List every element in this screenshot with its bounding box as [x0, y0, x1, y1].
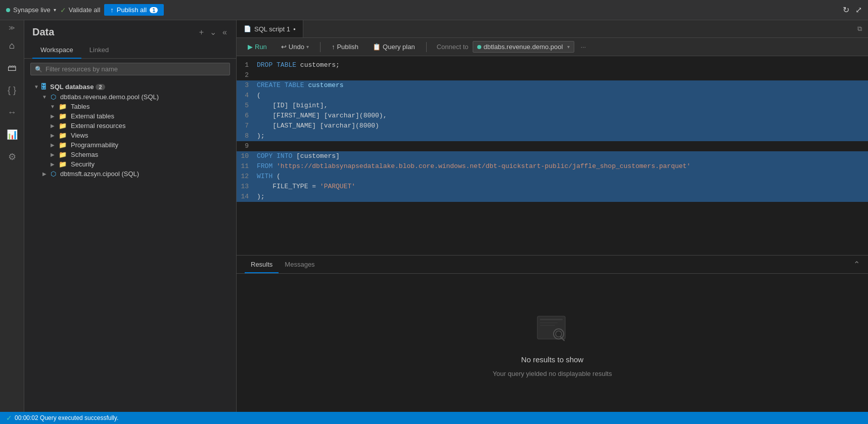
- svg-rect-2: [540, 322, 558, 323]
- validate-all-label: Validate all: [69, 6, 101, 14]
- prog-icon: 📁: [59, 141, 67, 149]
- undo-dropdown-icon[interactable]: ▾: [306, 44, 309, 50]
- publish-button[interactable]: ↑ Publish: [327, 41, 363, 52]
- no-results-subtitle: Your query yielded no displayable result…: [493, 370, 612, 377]
- connection-status-dot: [477, 45, 481, 49]
- status-success: ✓ 00:00:02 Query executed successfully.: [6, 414, 118, 422]
- check-icon: ✓: [60, 6, 66, 14]
- activity-monitor[interactable]: 📊: [2, 124, 22, 145]
- sql-script-tab[interactable]: 📄 SQL script 1 ●: [237, 20, 303, 37]
- external-tables-label: External tables: [71, 112, 114, 120]
- synapse-dropdown-icon[interactable]: ▾: [54, 7, 56, 13]
- tables-item[interactable]: ▼ 📁 Tables: [24, 102, 236, 111]
- close-sidebar-icon[interactable]: «: [221, 27, 228, 38]
- code-line-7: 7 [LAST_NAME] [varchar](8000): [237, 121, 868, 131]
- search-icon: 🔍: [35, 66, 42, 73]
- add-resource-button[interactable]: +: [198, 27, 205, 38]
- sql-tab-label: SQL script 1: [254, 25, 290, 33]
- activity-bar: ≫ ⌂ 🗃 { } ↔ 📊 ⚙: [0, 20, 24, 412]
- external-tables-item[interactable]: ▶ 📁 External tables: [24, 111, 236, 121]
- sql-database-section[interactable]: ▼ 🗄 SQL database 2: [24, 81, 236, 92]
- toolbar-more-button[interactable]: ···: [580, 43, 586, 51]
- validate-all-button[interactable]: ✓ Validate all: [60, 6, 101, 14]
- sql-db-label: SQL database: [50, 83, 94, 91]
- query-plan-button[interactable]: 📋 Query plan: [368, 41, 420, 52]
- code-line-9: 9: [237, 141, 868, 151]
- activity-manage[interactable]: ⚙: [2, 147, 22, 167]
- code-line-6: 6 [FIRST_NAME] [varchar](8000),: [237, 111, 868, 121]
- synapse-live-selector[interactable]: Synapse live ▾: [6, 6, 56, 14]
- editor-tab-actions: ⧉: [857, 25, 868, 33]
- results-tabs: Results Messages ⌃: [237, 256, 868, 274]
- sidebar-search: 🔍: [24, 59, 236, 79]
- undo-label: Undo: [289, 43, 304, 51]
- activity-data[interactable]: 🗃: [2, 58, 22, 78]
- pool1-item[interactable]: ▼ ⬡ dbtlabs.revenue.demo.pool (SQL): [24, 92, 236, 102]
- tables-chevron: ▼: [49, 104, 57, 109]
- publish-all-button[interactable]: ↑ Publish all 1: [104, 4, 164, 16]
- folder-icon: 📁: [59, 103, 67, 110]
- code-line-1: 1 DROP TABLE customers;: [237, 60, 868, 70]
- schemas-label: Schemas: [71, 151, 98, 158]
- editor-tabs: 📄 SQL script 1 ● ⧉: [237, 20, 868, 38]
- code-line-5: 5 [ID] [bigint],: [237, 101, 868, 111]
- run-label: Run: [255, 43, 267, 51]
- search-box: 🔍: [30, 63, 230, 75]
- programmability-item[interactable]: ▶ 📁 Programmability: [24, 140, 236, 150]
- programmability-label: Programmability: [71, 141, 118, 149]
- success-check-icon: ✓: [6, 414, 12, 422]
- ext-tables-chevron: ▶: [49, 113, 57, 119]
- search-input[interactable]: [45, 65, 225, 73]
- sql-db-chevron: ▼: [32, 84, 40, 90]
- code-editor[interactable]: 1 DROP TABLE customers; 2 3 CREATE TABLE…: [237, 56, 868, 255]
- connection-selector[interactable]: dbtlabs.revenue.demo.pool ▾: [473, 41, 575, 53]
- code-line-2: 2: [237, 70, 868, 80]
- connect-to-label: Connect to: [437, 43, 469, 51]
- sidebar-title: Data: [32, 26, 54, 38]
- security-chevron: ▶: [49, 161, 57, 167]
- activity-develop[interactable]: { }: [2, 80, 22, 100]
- collapse-results-icon[interactable]: ⌃: [853, 260, 860, 269]
- svg-rect-1: [540, 319, 563, 320]
- run-icon: ▶: [248, 43, 253, 51]
- fullscreen-icon[interactable]: ⤢: [855, 5, 862, 15]
- top-bar-right: ↻ ⤢: [843, 5, 862, 15]
- security-item[interactable]: ▶ 📁 Security: [24, 159, 236, 169]
- undo-button[interactable]: ↩ Undo ▾: [276, 41, 314, 52]
- collapse-all-icon[interactable]: ⌄: [209, 26, 217, 38]
- code-line-11: 11 FROM 'https://dbtlabsynapsedatalake.b…: [237, 161, 868, 172]
- sql-db-count: 2: [96, 84, 105, 90]
- activity-expand-icon[interactable]: ≫: [9, 24, 15, 31]
- sidebar: Data + ⌄ « Workspace Linked 🔍 ▼: [24, 20, 237, 412]
- toolbar-sep1: [320, 42, 321, 52]
- tab-linked[interactable]: Linked: [81, 42, 117, 59]
- prog-chevron: ▶: [49, 142, 57, 148]
- schemas-item[interactable]: ▶ 📁 Schemas: [24, 150, 236, 159]
- top-bar-left: Synapse live ▾ ✓ Validate all ↑ Publish …: [6, 4, 164, 16]
- publish-all-badge: 1: [150, 7, 158, 13]
- code-line-3: 3 CREATE TABLE customers: [237, 80, 868, 91]
- tab-workspace[interactable]: Workspace: [32, 42, 81, 59]
- sql-tab-icon: 📄: [244, 25, 251, 32]
- security-label: Security: [71, 160, 95, 168]
- views-chevron: ▶: [49, 133, 57, 138]
- views-item[interactable]: ▶ 📁 Views: [24, 131, 236, 140]
- run-button[interactable]: ▶ Run: [243, 41, 272, 52]
- connection-label: dbtlabs.revenue.demo.pool: [484, 43, 563, 51]
- publish-label: Publish: [337, 43, 358, 51]
- sidebar-actions: + ⌄ «: [198, 26, 228, 38]
- external-resources-label: External resources: [71, 122, 125, 130]
- activity-integrate[interactable]: ↔: [2, 102, 22, 122]
- no-results-title: No results to show: [521, 355, 583, 364]
- external-resources-item[interactable]: ▶ 📁 External resources: [24, 121, 236, 131]
- sidebar-tabs: Workspace Linked: [24, 42, 236, 59]
- activity-home[interactable]: ⌂: [2, 35, 22, 56]
- code-line-14: 14 );: [237, 192, 868, 202]
- refresh-icon[interactable]: ↻: [843, 5, 849, 15]
- results-tab[interactable]: Results: [245, 257, 279, 273]
- sidebar-tree: ▼ 🗄 SQL database 2 ▼ ⬡ dbtlabs.revenue.d…: [24, 79, 236, 412]
- split-editor-icon[interactable]: ⧉: [857, 25, 862, 33]
- messages-tab[interactable]: Messages: [279, 257, 321, 273]
- views-label: Views: [71, 132, 88, 139]
- pool2-item[interactable]: ▶ ⬡ dbtmsft.azsyn.cipool (SQL): [24, 169, 236, 179]
